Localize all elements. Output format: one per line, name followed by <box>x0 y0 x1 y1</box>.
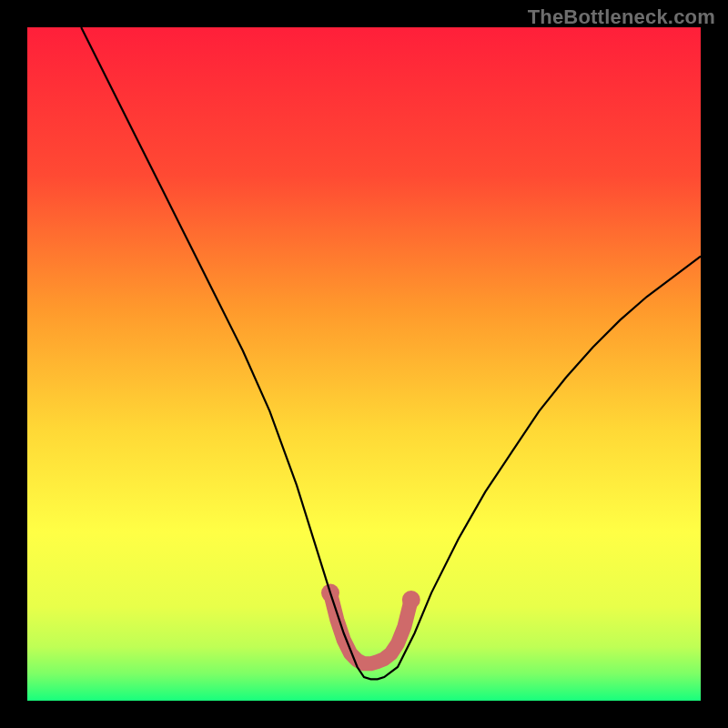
chart-frame: TheBottleneck.com <box>0 0 728 728</box>
optimal-band-endpoint <box>402 591 420 609</box>
bottleneck-plot <box>27 27 701 701</box>
plot-svg <box>27 27 701 701</box>
gradient-background <box>27 27 701 701</box>
watermark-text: TheBottleneck.com <box>528 5 715 29</box>
